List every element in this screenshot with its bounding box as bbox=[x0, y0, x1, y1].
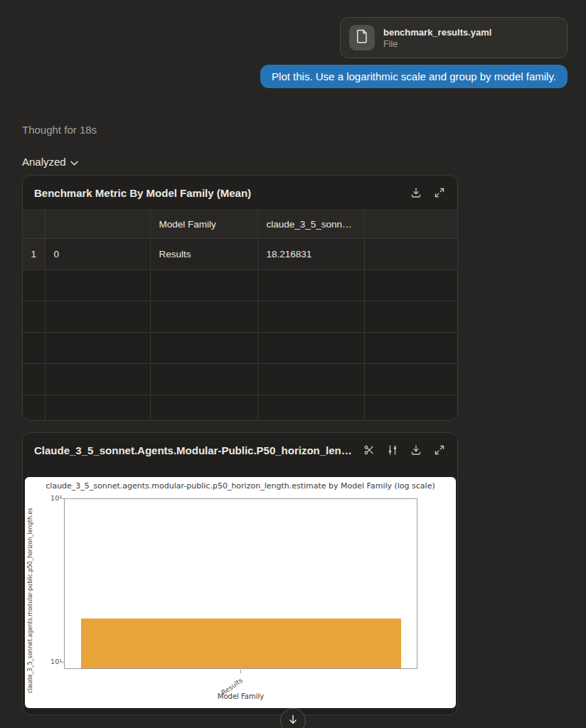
analyzed-label: Analyzed bbox=[22, 156, 66, 168]
chart-title: claude_3_5_sonnet.agents.modular-public.… bbox=[25, 481, 456, 491]
y-tick-label: 10¹ bbox=[43, 658, 62, 665]
table-row bbox=[23, 301, 457, 333]
scroll-to-bottom-button[interactable] bbox=[280, 708, 306, 728]
user-message-bubble: Plot this. Use a logarithmic scale and g… bbox=[260, 65, 568, 88]
table-card-actions bbox=[410, 186, 446, 199]
x-axis-label: Model Family bbox=[64, 692, 417, 700]
row-index-cell: 1 bbox=[23, 239, 45, 270]
table-row: 1 0 Results 18.216831 bbox=[23, 239, 457, 270]
table-card-header: Benchmark Metric By Model Family (Mean) bbox=[23, 176, 457, 210]
table-cell: Results bbox=[150, 239, 257, 270]
chart-card-actions bbox=[363, 444, 446, 456]
table-card-title: Benchmark Metric By Model Family (Mean) bbox=[34, 187, 403, 199]
table-row bbox=[23, 364, 457, 395]
y-axis-label: claude_3_5_sonnet.agents.modular-public.… bbox=[27, 480, 33, 693]
table-card: Benchmark Metric By Model Family (Mean) … bbox=[22, 175, 458, 421]
table-row bbox=[23, 270, 457, 301]
column-header bbox=[364, 210, 457, 239]
thought-duration-toggle[interactable]: Thought for 18s bbox=[22, 124, 97, 136]
document-icon bbox=[356, 29, 368, 46]
column-header-model-family: Model Family bbox=[150, 210, 257, 239]
chevron-down-icon bbox=[70, 156, 78, 168]
results-table: Model Family claude_3_5_sonnet.ag 1 0 Re… bbox=[23, 210, 457, 421]
plot-area bbox=[64, 498, 417, 669]
expand-icon[interactable] bbox=[433, 444, 446, 456]
column-header-metric: claude_3_5_sonnet.ag bbox=[257, 210, 364, 239]
table-row bbox=[23, 333, 457, 364]
chart-card: Claude_3_5_sonnet.Agents.Modular-Public.… bbox=[22, 432, 458, 715]
x-tick-mark bbox=[240, 670, 241, 673]
column-header bbox=[45, 210, 150, 239]
table-cell: 18.216831 bbox=[257, 239, 364, 270]
table-row bbox=[23, 395, 457, 422]
chart-card-header: Claude_3_5_sonnet.Agents.Modular-Public.… bbox=[23, 433, 457, 467]
file-meta: benchmark_results.yaml File bbox=[383, 27, 491, 49]
bar-results bbox=[81, 619, 401, 668]
file-name: benchmark_results.yaml bbox=[383, 27, 491, 38]
chart-card-title: Claude_3_5_sonnet.Agents.Modular-Public.… bbox=[34, 444, 356, 456]
sliders-icon[interactable] bbox=[386, 444, 399, 456]
download-icon[interactable] bbox=[410, 444, 422, 456]
chat-page: { "colors": { "page_bg": "#262523", "car… bbox=[0, 0, 586, 728]
file-kind-label: File bbox=[383, 39, 491, 49]
expand-icon[interactable] bbox=[433, 186, 446, 199]
arrow-down-icon bbox=[287, 714, 299, 728]
download-icon[interactable] bbox=[410, 186, 422, 199]
table-header-row: Model Family claude_3_5_sonnet.ag bbox=[23, 210, 457, 239]
file-icon-box bbox=[349, 25, 375, 50]
table-cell: 0 bbox=[45, 239, 150, 270]
scissors-icon[interactable] bbox=[363, 444, 375, 456]
column-header bbox=[23, 210, 45, 239]
y-tick-label: 10² bbox=[43, 494, 62, 502]
bar-chart: claude_3_5_sonnet.agents.modular-public.… bbox=[25, 477, 456, 708]
analyzed-toggle[interactable]: Analyzed bbox=[22, 156, 78, 168]
table-cell bbox=[364, 239, 457, 270]
file-attachment-card[interactable]: benchmark_results.yaml File bbox=[340, 17, 568, 58]
